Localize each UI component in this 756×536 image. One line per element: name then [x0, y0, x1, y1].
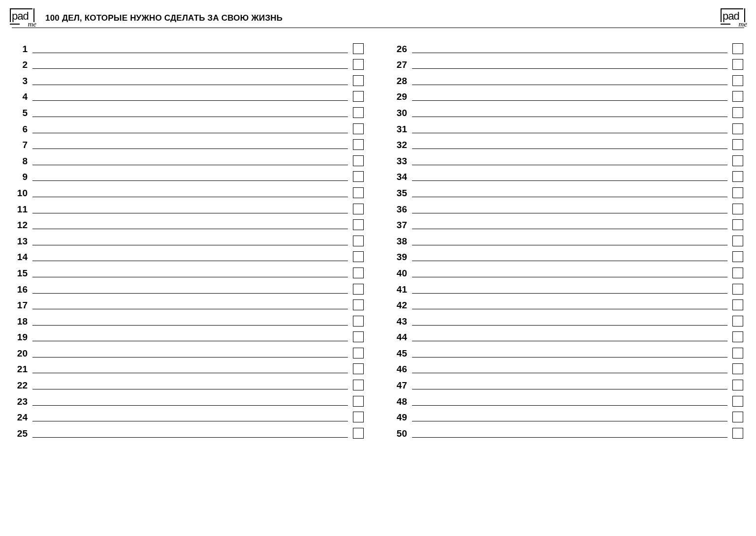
write-line[interactable]: [32, 197, 348, 197]
checkbox[interactable]: [732, 155, 743, 166]
checkbox[interactable]: [353, 187, 364, 198]
checkbox[interactable]: [732, 380, 743, 390]
checkbox[interactable]: [353, 155, 364, 166]
write-line[interactable]: [412, 437, 727, 438]
write-line[interactable]: [32, 180, 348, 181]
checkbox[interactable]: [353, 171, 364, 182]
checkbox[interactable]: [353, 236, 364, 246]
checkbox[interactable]: [353, 348, 364, 358]
write-line[interactable]: [32, 117, 348, 117]
checkbox[interactable]: [732, 219, 743, 230]
checkbox[interactable]: [353, 219, 364, 230]
checkbox[interactable]: [732, 204, 743, 214]
write-line[interactable]: [32, 293, 348, 294]
checkbox[interactable]: [353, 380, 364, 390]
write-line[interactable]: [32, 405, 348, 406]
checkbox[interactable]: [732, 236, 743, 246]
checkbox[interactable]: [732, 348, 743, 358]
checkbox[interactable]: [353, 107, 364, 118]
checkbox[interactable]: [732, 251, 743, 262]
checkbox[interactable]: [732, 187, 743, 198]
write-line[interactable]: [412, 68, 727, 69]
checkbox[interactable]: [353, 251, 364, 262]
write-line[interactable]: [412, 357, 727, 357]
write-line[interactable]: [412, 277, 727, 277]
write-line[interactable]: [412, 85, 727, 85]
checkbox[interactable]: [353, 123, 364, 134]
checkbox[interactable]: [353, 299, 364, 310]
write-line[interactable]: [412, 245, 727, 245]
write-line[interactable]: [412, 325, 727, 326]
write-line[interactable]: [32, 85, 348, 85]
write-line[interactable]: [32, 389, 348, 389]
checkbox[interactable]: [353, 139, 364, 150]
checkbox[interactable]: [353, 268, 364, 278]
write-line[interactable]: [412, 309, 727, 309]
write-line[interactable]: [32, 277, 348, 277]
write-line[interactable]: [412, 197, 727, 197]
checkbox[interactable]: [732, 316, 743, 327]
write-line[interactable]: [32, 325, 348, 326]
write-line[interactable]: [32, 437, 348, 438]
write-line[interactable]: [32, 53, 348, 53]
write-line[interactable]: [32, 357, 348, 357]
checkbox[interactable]: [732, 59, 743, 70]
write-line[interactable]: [32, 68, 348, 69]
write-line[interactable]: [412, 53, 727, 53]
write-line[interactable]: [412, 133, 727, 133]
checkbox[interactable]: [732, 75, 743, 86]
checkbox[interactable]: [732, 107, 743, 118]
write-line[interactable]: [32, 421, 348, 421]
checkbox[interactable]: [353, 428, 364, 439]
write-line[interactable]: [32, 213, 348, 213]
checkbox[interactable]: [732, 43, 743, 54]
checkbox[interactable]: [732, 428, 743, 439]
checkbox[interactable]: [732, 284, 743, 295]
write-line[interactable]: [32, 245, 348, 245]
checkbox[interactable]: [732, 171, 743, 182]
checkbox[interactable]: [353, 43, 364, 54]
checkbox[interactable]: [732, 331, 743, 342]
checkbox[interactable]: [732, 396, 743, 407]
write-line[interactable]: [32, 133, 348, 133]
checkbox[interactable]: [353, 363, 364, 374]
write-line[interactable]: [32, 100, 348, 101]
write-line[interactable]: [32, 229, 348, 229]
write-line[interactable]: [412, 117, 727, 117]
checkbox[interactable]: [353, 59, 364, 70]
checkbox[interactable]: [732, 363, 743, 374]
write-line[interactable]: [412, 341, 727, 341]
write-line[interactable]: [412, 373, 727, 373]
checkbox[interactable]: [732, 412, 743, 422]
checkbox[interactable]: [732, 268, 743, 278]
write-line[interactable]: [412, 389, 727, 389]
write-line[interactable]: [32, 341, 348, 341]
checkbox[interactable]: [353, 75, 364, 86]
checkbox[interactable]: [732, 299, 743, 310]
checkbox[interactable]: [732, 123, 743, 134]
checkbox[interactable]: [732, 91, 743, 102]
write-line[interactable]: [412, 165, 727, 165]
write-line[interactable]: [32, 165, 348, 165]
write-line[interactable]: [32, 309, 348, 309]
write-line[interactable]: [412, 421, 727, 421]
checkbox[interactable]: [353, 412, 364, 422]
write-line[interactable]: [412, 229, 727, 229]
checkbox[interactable]: [353, 284, 364, 295]
write-line[interactable]: [412, 149, 727, 149]
checkbox[interactable]: [353, 316, 364, 327]
write-line[interactable]: [412, 100, 727, 101]
checkbox[interactable]: [353, 396, 364, 407]
write-line[interactable]: [412, 293, 727, 294]
checkbox[interactable]: [353, 204, 364, 214]
checkbox[interactable]: [353, 91, 364, 102]
write-line[interactable]: [32, 149, 348, 149]
write-line[interactable]: [32, 373, 348, 373]
write-line[interactable]: [412, 261, 727, 261]
checkbox[interactable]: [732, 139, 743, 150]
write-line[interactable]: [412, 405, 727, 406]
write-line[interactable]: [412, 180, 727, 181]
checkbox[interactable]: [353, 331, 364, 342]
write-line[interactable]: [412, 213, 727, 213]
write-line[interactable]: [32, 261, 348, 261]
